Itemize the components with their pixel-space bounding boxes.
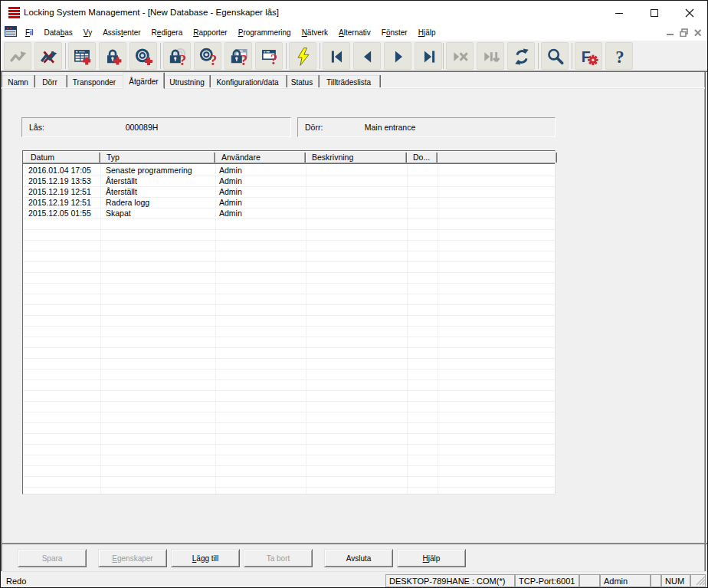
- egenskaper-button[interactable]: Egenskaper: [98, 549, 167, 567]
- table-header: DatumTypAnvändareBeskrivningDo...: [23, 151, 555, 164]
- svg-text:?: ?: [241, 52, 247, 67]
- discard-changes-button[interactable]: [34, 42, 62, 70]
- read-lock-button[interactable]: ?: [163, 42, 191, 70]
- minimize-button[interactable]: [601, 1, 637, 25]
- mdi-close-button[interactable]: [692, 27, 704, 38]
- column-header-extra[interactable]: [438, 153, 557, 163]
- menu-programmering[interactable]: Programmering: [233, 24, 297, 41]
- read-lock-data-button[interactable]: ?: [225, 42, 252, 70]
- table-row[interactable]: 2015.12.19 12:51Radera loggAdmin: [23, 197, 555, 208]
- ta-bort-button[interactable]: Ta bort: [244, 549, 313, 567]
- cell-typ: Återställt: [106, 186, 137, 197]
- cell-typ: Skapat: [106, 208, 131, 218]
- avsluta-button[interactable]: Avsluta: [324, 549, 393, 567]
- menu-assistenter[interactable]: Assistenter: [97, 24, 146, 41]
- nav-first-icon: [327, 47, 347, 67]
- search-button[interactable]: [541, 42, 569, 70]
- cell-anvandare: Admin: [219, 176, 242, 186]
- menu-fnster[interactable]: Fönster: [376, 24, 413, 41]
- status-pane-empty: [651, 574, 661, 587]
- read-window-button[interactable]: ?: [255, 42, 283, 70]
- menu-hjlp[interactable]: Hjälp: [413, 24, 441, 41]
- status-pane-tcp-port-6001: TCP-Port:6001: [515, 574, 579, 587]
- menu-alternativ[interactable]: Alternativ: [333, 24, 376, 41]
- status-pane-desktop-789hane-com: DESKTOP-789HANE : COM(*): [385, 574, 515, 587]
- nav-commit-button[interactable]: [477, 42, 504, 70]
- table-row[interactable]: 2015.12.19 13:53ÅterställtAdmin: [23, 176, 555, 186]
- nav-next-button[interactable]: [384, 42, 411, 70]
- add-transponder-button[interactable]: [129, 42, 157, 70]
- cell-anvandare: Admin: [219, 197, 242, 208]
- nav-cancel-button[interactable]: [446, 42, 474, 70]
- column-header-anvndare[interactable]: Användare: [215, 153, 306, 163]
- mdi-minimize-icon: [667, 34, 674, 35]
- close-icon: [685, 8, 694, 18]
- filter-settings-icon: F: [579, 47, 599, 67]
- toolbar: ????F?: [1, 41, 707, 71]
- help-icon: ?: [610, 47, 630, 67]
- tab-transponder[interactable]: Transponder: [66, 75, 123, 87]
- tab-namn[interactable]: Namn: [2, 75, 34, 87]
- nav-last-button[interactable]: [415, 42, 442, 70]
- help-button[interactable]: ?: [605, 42, 633, 70]
- program-button[interactable]: [289, 42, 316, 70]
- mdi-minimize-button[interactable]: [664, 27, 677, 38]
- read-window-icon: ?: [260, 47, 280, 67]
- window-title: Locking System Management - [New Databas…: [24, 8, 279, 17]
- maximize-button[interactable]: [637, 1, 672, 25]
- document-window-icon[interactable]: [5, 26, 17, 37]
- menu-vy[interactable]: Vy: [78, 24, 97, 41]
- add-lock-button[interactable]: [99, 42, 126, 70]
- nav-prev-button[interactable]: [353, 42, 381, 70]
- cell-datum: 2015.12.05 01:55: [28, 208, 91, 218]
- lock-id-field: Lås:000089H: [21, 117, 291, 137]
- tab-tilltrdeslista[interactable]: Tillträdeslista: [318, 75, 379, 87]
- nav-prev-icon: [358, 47, 378, 67]
- cell-anvandare: Admin: [219, 186, 242, 197]
- column-header-do[interactable]: Do...: [407, 153, 438, 163]
- door-field-label: Dörr:: [305, 123, 323, 132]
- column-header-beskrivning[interactable]: Beskrivning: [306, 153, 407, 163]
- close-button[interactable]: [672, 1, 707, 25]
- resize-grip[interactable]: [696, 576, 706, 586]
- spara-button[interactable]: Spara: [18, 549, 87, 567]
- mdi-restore-button[interactable]: [678, 27, 690, 38]
- menu-databas[interactable]: Databas: [39, 24, 78, 41]
- read-lock-icon: ?: [168, 47, 188, 67]
- search-icon: [546, 47, 565, 67]
- add-table-button[interactable]: [68, 42, 96, 70]
- refresh-icon: [512, 47, 532, 67]
- table-row[interactable]: 2015.12.19 12:51ÅterställtAdmin: [23, 186, 555, 197]
- menu-redigera[interactable]: Redigera: [146, 24, 188, 41]
- table-row[interactable]: 2016.01.04 17:05Senaste programmeringAdm…: [23, 165, 555, 176]
- l-gg-till-button[interactable]: Lägg till: [171, 549, 240, 567]
- nav-last-icon: [419, 47, 439, 67]
- nav-first-button[interactable]: [323, 42, 350, 70]
- table-row[interactable]: 2015.12.05 01:55SkapatAdmin: [23, 208, 555, 218]
- tab-konfigurationdata[interactable]: Konfiguration/data: [209, 75, 286, 87]
- mdi-close-icon: [694, 29, 702, 37]
- app-window: Locking System Management - [New Databas…: [0, 0, 708, 588]
- status-pane-empty: [579, 574, 600, 587]
- read-transponder-button[interactable]: ?: [194, 42, 221, 70]
- filter-settings-button[interactable]: F: [575, 42, 602, 70]
- tab-tgrder[interactable]: Åtgärder: [123, 72, 165, 89]
- undo-button[interactable]: [4, 42, 31, 70]
- menu-ntverk[interactable]: Nätverk: [297, 24, 333, 41]
- column-header-datum[interactable]: Datum: [25, 153, 100, 163]
- cell-typ: Senaste programmering: [106, 165, 192, 176]
- status-pane-num: NUM: [661, 574, 690, 587]
- refresh-button[interactable]: [507, 42, 535, 70]
- tab-status[interactable]: Status: [286, 75, 318, 87]
- tab-drr[interactable]: Dörr: [34, 75, 66, 87]
- tab-utrustning[interactable]: Utrustning: [165, 75, 209, 87]
- add-lock-icon: [103, 47, 123, 67]
- svg-text:?: ?: [179, 52, 186, 67]
- menu-fil[interactable]: Fil: [20, 24, 39, 41]
- menu-rapporter[interactable]: Rapporter: [188, 24, 232, 41]
- lock-id-field-value: 000089H: [126, 123, 159, 132]
- nav-next-icon: [388, 47, 408, 67]
- hj-lp-button[interactable]: Hjälp: [397, 549, 466, 567]
- column-header-typ[interactable]: Typ: [100, 153, 215, 163]
- add-transponder-icon: [134, 47, 154, 67]
